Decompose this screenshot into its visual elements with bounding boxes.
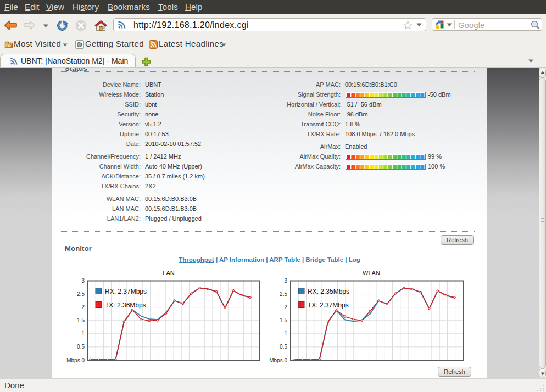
svg-text:RX: 2.37Mbps: RX: 2.37Mbps (105, 288, 147, 295)
svg-text:RX: 2.35Mbps: RX: 2.35Mbps (308, 288, 349, 295)
svg-text:Mbps 0: Mbps 0 (66, 357, 85, 363)
svg-text:3: 3 (284, 278, 287, 284)
svg-text:2: 2 (284, 304, 287, 310)
svg-text:2.5: 2.5 (280, 291, 287, 297)
svg-text:TX: 2.36Mbps: TX: 2.36Mbps (105, 301, 146, 309)
svg-text:1: 1 (81, 331, 85, 337)
svg-text:2.5: 2.5 (77, 291, 85, 297)
svg-text:1.5: 1.5 (280, 317, 287, 323)
svg-text:0.5: 0.5 (77, 344, 85, 350)
svg-text:1.5: 1.5 (77, 317, 85, 323)
svg-text:2: 2 (81, 304, 85, 310)
svg-text:1: 1 (284, 331, 287, 337)
svg-text:TX: 2.37Mbps: TX: 2.37Mbps (308, 301, 349, 309)
svg-text:Mbps 0: Mbps 0 (269, 357, 287, 363)
svg-text:3: 3 (81, 278, 85, 284)
svg-text:0.5: 0.5 (280, 344, 287, 350)
